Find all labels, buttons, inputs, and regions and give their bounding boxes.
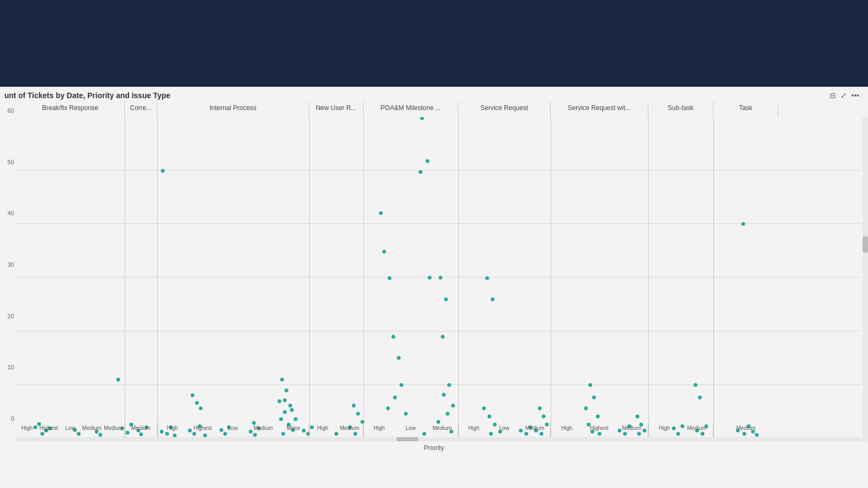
dot [278, 400, 282, 403]
grid-line-50 [16, 170, 861, 171]
dot [451, 404, 455, 408]
plot-area [16, 117, 861, 438]
grid-line-40 [16, 223, 861, 224]
y-tick-0: 0 [0, 415, 14, 422]
dot [191, 394, 195, 397]
dot [428, 276, 432, 280]
dot [404, 412, 408, 416]
x-label-minor: Minor [278, 423, 309, 438]
dot [486, 277, 489, 280]
chart-actions: ⊟ ⤢ ••• [829, 91, 859, 100]
dot [379, 211, 383, 215]
top-bar [0, 0, 868, 87]
x-label: Medium [520, 423, 550, 438]
x-label: Medium [713, 423, 778, 438]
more-icon[interactable]: ••• [851, 91, 859, 100]
chart-container: unt of Tickets by Date, Priority and Iss… [0, 87, 868, 488]
dot [441, 335, 445, 339]
dot [444, 298, 448, 301]
x-label: Highest [583, 423, 616, 438]
y-tick-50: 50 [0, 159, 14, 165]
x-label: Low [60, 423, 81, 438]
dot [636, 415, 640, 419]
dot [388, 277, 392, 280]
col-header-subtask: Sub-task [648, 102, 713, 117]
dot [294, 418, 298, 421]
col-sep-3 [309, 117, 310, 438]
col-header-corre: Corre... [125, 102, 157, 117]
dot [596, 415, 600, 419]
col-header-newuser: New User R... [309, 102, 363, 117]
col-header-breakfix: Break/fix Response [16, 102, 125, 117]
scrollbar-right-thumb[interactable] [863, 236, 868, 253]
dot [592, 396, 596, 400]
col-header-sr: Service Request [458, 102, 551, 117]
y-axis: 0 10 20 30 40 50 60 [0, 102, 16, 438]
x-label: Medium [615, 423, 648, 438]
x-label-group-task: Medium [713, 423, 778, 438]
dot [419, 170, 423, 174]
dot [289, 404, 292, 408]
x-label: High [648, 423, 681, 438]
col-sep-5 [458, 117, 459, 438]
x-label: High [16, 423, 38, 438]
x-label: Low [218, 423, 248, 438]
x-label: Medium [248, 423, 278, 438]
dot [386, 407, 390, 410]
expand-icon[interactable]: ⤢ [840, 91, 847, 100]
chart-header: unt of Tickets by Date, Priority and Iss… [0, 87, 868, 102]
dot [742, 222, 745, 226]
dot [382, 250, 386, 254]
dot [285, 389, 289, 393]
x-label: Highest [188, 423, 218, 438]
col-sep-7 [648, 117, 649, 438]
x-label: High [458, 423, 489, 438]
dot [283, 410, 287, 414]
col-headers-row: Break/fix Response Corre... Internal Pro… [16, 102, 861, 117]
col-header-internal: Internal Process [157, 102, 309, 117]
filter-icon[interactable]: ⊟ [829, 91, 836, 100]
dot [426, 159, 430, 163]
x-label: High [363, 423, 395, 438]
x-label: Medium [336, 423, 363, 438]
x-axis-title: Priority [0, 444, 868, 452]
x-label: High [157, 423, 188, 438]
y-tick-60: 60 [0, 107, 14, 114]
dot [400, 383, 404, 387]
x-label: Medium [426, 423, 458, 438]
dot [161, 169, 165, 173]
dot [195, 401, 199, 405]
x-label: Medium [103, 423, 124, 438]
dot [280, 378, 284, 382]
col-header-poam: POA&M Milestone ... [363, 102, 458, 117]
x-label: Highest [38, 423, 60, 438]
dot [199, 407, 203, 410]
x-label: Medium [681, 423, 713, 438]
scrollbar-right[interactable] [863, 117, 868, 442]
y-tick-10: 10 [0, 364, 14, 370]
dot [694, 383, 698, 387]
scrollbar-bottom-thumb[interactable] [397, 437, 418, 441]
x-label: Medium [125, 423, 157, 438]
x-label-group-bf: High Highest Low Medium Medium [16, 423, 125, 438]
dot [356, 412, 360, 416]
scrollbar-bottom[interactable] [16, 437, 861, 441]
y-tick-30: 30 [0, 261, 14, 268]
dot [397, 356, 401, 360]
dot [446, 412, 450, 416]
col-sep-2 [157, 117, 158, 438]
grid-line-10 [16, 384, 861, 385]
x-axis-labels: High Highest Low Medium Medium Medium Hi… [16, 423, 861, 438]
dot [352, 404, 356, 408]
x-label-group-ip: High Highest Low Medium Minor [157, 423, 309, 438]
x-label: High [309, 423, 336, 438]
x-label-group-srw: High Highest Medium [551, 423, 648, 438]
chart-title: unt of Tickets by Date, Priority and Iss… [4, 91, 170, 100]
dot [538, 407, 542, 410]
y-tick-20: 20 [0, 313, 14, 319]
x-label-group-poam: High Low Medium [363, 423, 458, 438]
dot [584, 407, 588, 410]
col-sep-4 [363, 117, 364, 438]
col-sep-1 [125, 117, 125, 438]
dot [448, 383, 451, 387]
